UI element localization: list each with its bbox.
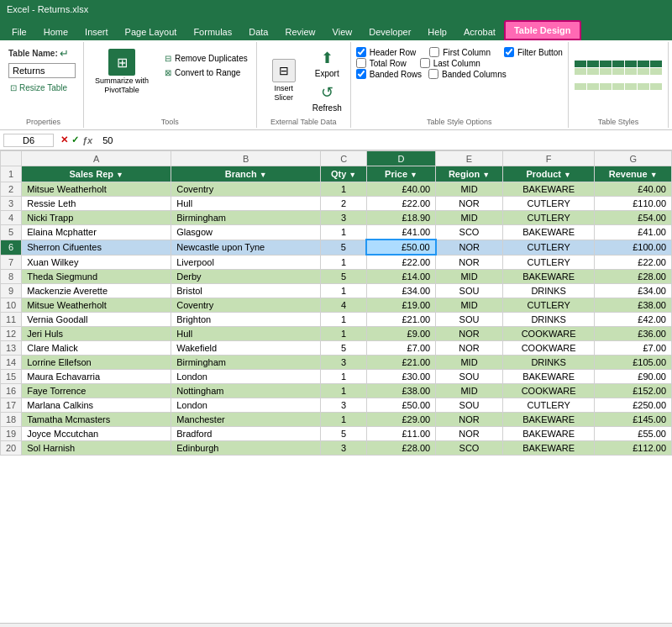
cell-9-C[interactable]: 1 [321,284,367,298]
cell-5-D[interactable]: £41.00 [366,225,435,240]
convert-to-range-button[interactable]: ⊠ Convert to Range [161,66,251,79]
table-row[interactable]: 13Clare MalickWakefield5£7.00NORCOOKWARE… [1,341,672,356]
table-row[interactable]: 17Marlana CalkinsLondon3£50.00SOUCUTLERY… [1,398,672,413]
ribbon-tab-formulas[interactable]: Formulas [185,24,240,40]
cell-3-E[interactable]: NOR [436,197,503,211]
cell-5-C[interactable]: 1 [321,225,367,240]
formula-input[interactable] [99,134,669,146]
cell-4-C[interactable]: 3 [321,211,367,225]
cell-5-A[interactable]: Elaina Mcphatter [22,225,171,240]
cell-8-G[interactable]: £28.00 [595,270,672,284]
ribbon-tab-data[interactable]: Data [240,24,276,40]
table-name-input[interactable] [8,63,76,78]
cell-6-D[interactable]: £50.00 [366,240,435,255]
cell-4-E[interactable]: MID [436,211,503,225]
ribbon-tab-view[interactable]: View [324,24,361,40]
cell-18-B[interactable]: Manchester [171,413,321,427]
cell-12-F[interactable]: COOKWARE [502,327,595,341]
cell-11-D[interactable]: £21.00 [366,313,435,327]
cell-9-D[interactable]: £34.00 [366,284,435,298]
cell-4-D[interactable]: £18.90 [366,211,435,225]
col-header-B[interactable]: B [171,151,321,166]
cell-15-D[interactable]: £30.00 [366,370,435,384]
cell-16-G[interactable]: £152.00 [595,384,672,398]
refresh-button[interactable]: ↺ Refresh [309,82,345,114]
cell-9-B[interactable]: Bristol [171,284,321,298]
cell-13-A[interactable]: Clare Malick [22,341,171,356]
cell-8-C[interactable]: 5 [321,270,367,284]
cell-4-F[interactable]: CUTLERY [502,211,595,225]
export-button[interactable]: ⬆ Export [309,47,345,80]
cell-7-G[interactable]: £22.00 [595,255,672,270]
table-row[interactable]: 2Mitsue WeatherholtCoventry1£40.00MIDBAK… [1,182,672,197]
cell-13-F[interactable]: COOKWARE [502,341,595,356]
cell-11-E[interactable]: SOU [436,313,503,327]
cell-7-D[interactable]: £22.00 [366,255,435,270]
cell-14-A[interactable]: Lorrine Ellefson [22,356,171,370]
cell-12-E[interactable]: NOR [436,327,503,341]
table-row[interactable]: 8Theda SiegmundDerby5£14.00MIDBAKEWARE£2… [1,270,672,284]
cell-18-G[interactable]: £145.00 [595,413,672,427]
table-row[interactable]: 5Elaina McphatterGlasgow1£41.00SCOBAKEWA… [1,225,672,240]
cell-13-G[interactable]: £7.00 [595,341,672,356]
col-header-D[interactable]: D [366,151,435,166]
table-row[interactable]: 7Xuan WilkeyLiverpool1£22.00NORCUTLERY£2… [1,255,672,270]
cell-6-A[interactable]: Sherron Cifuentes [22,240,171,255]
cell-14-B[interactable]: Birmingham [171,356,321,370]
cell-11-G[interactable]: £42.00 [595,313,672,327]
insert-function-icon[interactable]: ƒx [82,135,92,145]
cell-17-G[interactable]: £250.00 [595,398,672,413]
banded-columns-checkbox[interactable]: Banded Columns [428,69,507,79]
cell-8-D[interactable]: £14.00 [366,270,435,284]
cell-18-C[interactable]: 1 [321,413,367,427]
cell-4-B[interactable]: Birmingham [171,211,321,225]
cell-12-B[interactable]: Hull [171,327,321,341]
cell-16-B[interactable]: Nottingham [171,384,321,398]
remove-duplicates-button[interactable]: ⊟ Remove Duplicates [161,52,251,65]
cell-18-A[interactable]: Tamatha Mcmasters [22,413,171,427]
cell-2-E[interactable]: MID [436,182,503,197]
cell-2-G[interactable]: £40.00 [595,182,672,197]
cell-4-G[interactable]: £54.00 [595,211,672,225]
cell-5-G[interactable]: £41.00 [595,225,672,240]
header-row-checkbox[interactable]: Header Row [356,47,417,57]
cell-12-D[interactable]: £9.00 [366,327,435,341]
cell-15-G[interactable]: £90.00 [595,370,672,384]
cell-10-D[interactable]: £19.00 [366,298,435,313]
cell-20-A[interactable]: Sol Harnish [22,441,171,456]
cell-15-C[interactable]: 1 [321,370,367,384]
ribbon-tab-page-layout[interactable]: Page Layout [117,24,186,40]
cell-9-E[interactable]: SOU [436,284,503,298]
cell-7-A[interactable]: Xuan Wilkey [22,255,171,270]
cell-20-E[interactable]: SCO [436,441,503,456]
cell-15-F[interactable]: BAKEWARE [502,370,595,384]
ribbon-tab-help[interactable]: Help [419,24,455,40]
cell-13-C[interactable]: 5 [321,341,367,356]
cell-6-E[interactable]: NOR [436,240,503,255]
cell-6-F[interactable]: CUTLERY [502,240,595,255]
table-row[interactable]: 16Faye TorrenceNottingham1£38.00MIDCOOKW… [1,384,672,398]
cell-9-G[interactable]: £34.00 [595,284,672,298]
cell-6-C[interactable]: 5 [321,240,367,255]
cell-7-C[interactable]: 1 [321,255,367,270]
cell-14-C[interactable]: 3 [321,356,367,370]
cell-16-D[interactable]: £38.00 [366,384,435,398]
table-row[interactable]: 12Jeri HulsHull1£9.00NORCOOKWARE£36.00 [1,327,672,341]
table-row[interactable]: 11Vernia GoodallBrighton1£21.00SOUDRINKS… [1,313,672,327]
cell-19-F[interactable]: BAKEWARE [502,427,595,441]
cell-13-D[interactable]: £7.00 [366,341,435,356]
cell-14-F[interactable]: DRINKS [502,356,595,370]
cell-17-A[interactable]: Marlana Calkins [22,398,171,413]
cell-2-B[interactable]: Coventry [171,182,321,197]
col-header-E[interactable]: E [436,151,503,166]
cell-11-C[interactable]: 1 [321,313,367,327]
cell-8-A[interactable]: Theda Siegmund [22,270,171,284]
cell-16-F[interactable]: COOKWARE [502,384,595,398]
cell-19-C[interactable]: 5 [321,427,367,441]
cell-17-D[interactable]: £50.00 [366,398,435,413]
cell-8-B[interactable]: Derby [171,270,321,284]
table-col-header-F[interactable]: Product ▼ [502,166,595,182]
cell-20-C[interactable]: 3 [321,441,367,456]
cell-3-D[interactable]: £22.00 [366,197,435,211]
cell-3-B[interactable]: Hull [171,197,321,211]
